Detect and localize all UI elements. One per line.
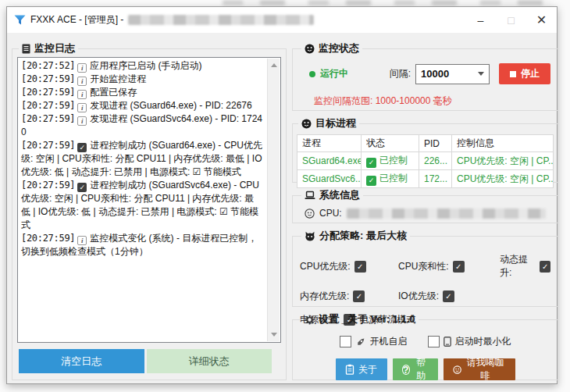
title-bar: FXXK ACE - [管理员] - – □ ✕ [7,7,557,33]
settings-section: 设置 _关于 Ver: 1.1.0 开机自启 [292,312,558,380]
process-table-row[interactable]: SGuardSvc6... 已控制 172... CPU优先级: 空闲 | CP… [297,170,554,188]
controlled-check-icon [366,158,376,168]
app-window: FXXK ACE - [管理员] - – □ ✕ 监控日志 [20:27:52]… [6,6,558,384]
app-logo-funnel-icon [14,15,26,25]
running-status-label: 运行中 [320,67,348,80]
running-dot-icon [309,71,315,77]
checked-icon [77,183,87,192]
right-panel: 监控状态 运行中 间隔: 10000 停止 监控间隔范围: 1000-10000… [292,41,558,380]
checked-checkbox[interactable] [354,261,366,273]
system-info-section: 系统信息 CPU: [292,188,558,223]
start-minimized-label: 启动时最小化 [455,335,511,348]
monitor-status-icon [305,44,315,54]
coffee-face-icon [453,365,461,375]
autostart-checkbox[interactable] [340,336,351,347]
info-icon [77,63,87,73]
log-entry: [20:27:59]监控模式变化 (系统) - 目标进程已控制，切换到低频检查模… [21,232,263,258]
strategy-option: 动态提升: [500,253,550,280]
log-scrollbar[interactable] [267,59,280,341]
strategy-option: IO优先级: [398,290,500,303]
clipboard-icon [345,364,354,375]
cpu-face-icon [305,208,315,219]
info-icon [77,90,87,99]
process-table: 进程 状态 PID 控制信息 SGuard64.exe 已控制 226... C… [297,134,554,188]
target-process-title: 目标进程 [298,116,359,130]
cpu-label: CPU: [319,208,342,219]
info-icon [77,116,87,126]
info-icon [77,103,87,112]
info-icon [77,236,87,245]
log-entry: [20:27:59]进程控制成功 (SGuardSvc64.exe) - CPU… [21,179,263,232]
cat-face-icon [305,231,315,241]
strategy-title: 分配策略: 最后大核 [301,229,410,243]
close-button[interactable]: ✕ [526,7,557,33]
monitor-status-title: 监控状态 [301,41,362,55]
interval-range-hint: 监控间隔范围: 1000-100000 毫秒 [314,94,550,108]
log-entry: [20:27:59]开始监控进程 [21,73,263,86]
log-entry: [20:27:59]配置已保存 [21,86,263,99]
target-process-icon [301,119,312,129]
log-textarea[interactable]: [20:27:52]应用程序已启动 (手动启动) [20:27:59]开始监控进… [17,57,281,343]
laptop-icon [305,191,315,200]
clear-log-button[interactable]: 清空日志 [19,349,144,373]
target-process-section: 目标进程 进程 状态 PID 控制信息 SGuard64.exe 已控制 [292,116,558,183]
checked-checkbox[interactable] [453,261,465,273]
minimized-window-icon [444,337,451,347]
autostart-label: 开机自启 [370,335,408,348]
buy-coffee-button[interactable]: 请我喝咖啡 [444,358,515,380]
process-table-header: 进程 状态 PID 控制信息 [297,135,554,152]
log-entry: [20:27:59]发现进程 (SGuardSvc64.exe) - PID: … [21,112,263,139]
info-icon [77,77,87,86]
stop-square-icon [510,71,516,77]
checked-checkbox[interactable] [353,290,365,302]
checked-icon [77,143,87,152]
interval-combobox[interactable]: 10000 [415,64,490,84]
log-panel: 监控日志 [20:27:52]应用程序已启动 (手动启动) [20:27:59]… [12,41,287,380]
interval-label: 间隔: [390,67,411,80]
controlled-check-icon [366,176,376,186]
background-blur [223,0,550,5]
window-title: FXXK ACE - [管理员] - [30,13,123,27]
scroll-down-icon[interactable] [268,329,280,340]
log-entry: [20:27:59]进程控制成功 (SGuard64.exe) - CPU优先级… [21,139,263,179]
question-mark-icon: ? [402,365,410,375]
settings-title: 设置 _关于 Ver: 1.1.0 [301,312,419,326]
log-entry: [20:27:59]发现进程 (SGuard64.exe) - PID: 226… [21,99,263,112]
chevron-down-icon [478,72,484,76]
stop-button[interactable]: 停止 [499,63,550,84]
strategy-option: CPU优先级: [300,253,398,280]
start-minimized-checkbox[interactable] [428,336,440,347]
monitor-status-section: 监控状态 运行中 间隔: 10000 停止 监控间隔范围: 1000-10000… [292,41,558,111]
checked-checkbox[interactable] [443,290,454,302]
minimize-button[interactable]: – [465,7,496,33]
window-controls: – □ ✕ [465,7,557,33]
gear-icon [305,315,315,325]
log-document-icon [22,44,30,54]
rocket-icon [355,337,366,347]
scroll-up-icon[interactable] [268,59,280,71]
about-button[interactable]: 关于 [336,358,387,380]
process-table-row[interactable]: SGuard64.exe 已控制 226... CPU优先级: 空闲 | CP.… [297,152,554,170]
system-info-title: 系统信息 [301,188,363,202]
strategy-section: 分配策略: 最后大核 CPU优先级: CPU亲和性: 动态提升: [292,229,558,307]
strategy-option: CPU亲和性: [398,253,500,280]
redacted-cpu-name [347,208,546,219]
redacted-title-text [128,15,314,25]
help-button[interactable]: ? 帮助 [393,358,438,380]
checked-checkbox[interactable] [540,261,550,273]
log-panel-title: 监控日志 [19,41,78,55]
maximize-button: □ [496,7,526,33]
strategy-option: 内存优先级: [300,290,398,303]
detail-status-button[interactable]: 详细状态 [147,349,273,373]
log-entry: [20:27:52]应用程序已启动 (手动启动) [21,59,263,73]
